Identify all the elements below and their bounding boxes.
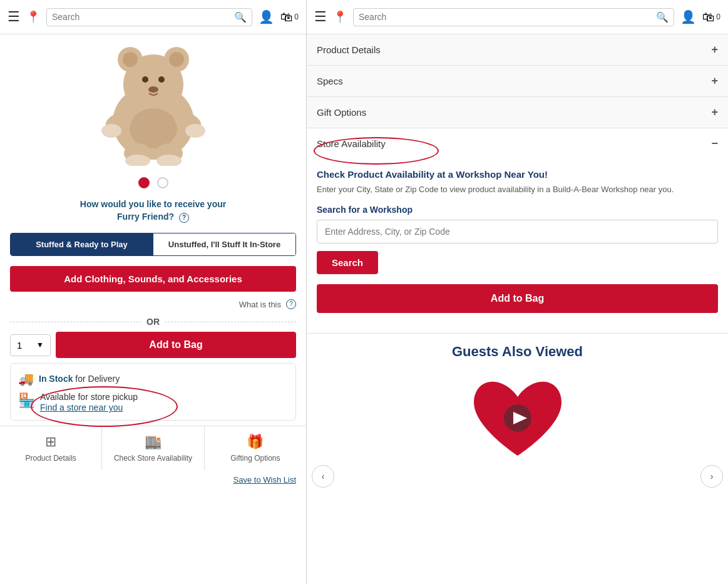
right-user-icon[interactable]: 👤 [680, 9, 696, 24]
right-bag-icon: 🛍 [702, 10, 715, 24]
accordion-product-details-icon: + [711, 43, 718, 56]
store-pickup-area: Available for store pickup Find a store … [40, 391, 138, 412]
accordion-specs-title: Specs [317, 76, 343, 86]
right-search-input[interactable] [359, 12, 656, 22]
accordion-product-details-header[interactable]: Product Details + [307, 34, 728, 65]
accordion-store-availability-icon: − [711, 137, 718, 150]
accordion-product-details-title: Product Details [317, 44, 381, 55]
store-pickup-row: 🏪 Available for store pickup Find a stor… [18, 391, 288, 412]
left-user-icon[interactable]: 👤 [259, 9, 274, 24]
or-line-right [165, 322, 296, 322]
accordion-store-availability-title: Store Availability [317, 138, 386, 149]
next-arrow-icon: › [710, 471, 714, 481]
color-dots [0, 172, 306, 193]
quantity-selector[interactable]: 1 ▼ [10, 334, 51, 356]
or-line-left [10, 322, 141, 322]
accordion-store-availability-header[interactable]: Store Availability − [307, 128, 728, 159]
heart-svg [468, 374, 568, 468]
product-details-icon: ⊞ [45, 434, 56, 450]
heart-product-image[interactable] [461, 371, 574, 471]
prev-arrow-icon: ‹ [322, 471, 325, 481]
guests-viewed-heading: Guests Also Viewed [307, 334, 728, 365]
svg-point-3 [123, 52, 138, 67]
truck-icon: 🚚 [18, 371, 34, 386]
svg-point-7 [158, 76, 165, 83]
svg-point-8 [148, 86, 158, 93]
find-store-link[interactable]: Find a store near you [40, 402, 138, 412]
accordion-specs-header[interactable]: Specs + [307, 66, 728, 96]
stock-info-box: 🚚 In Stock for Delivery 🏪 Available for … [10, 363, 296, 421]
svg-point-13 [185, 124, 205, 138]
workshop-search-button[interactable]: Search [317, 251, 378, 274]
accordion-specs: Specs + [307, 66, 728, 97]
how-receive-help-icon[interactable]: ? [179, 213, 189, 223]
bottom-nav: ⊞ Product Details 🏬 Check Store Availabi… [0, 426, 306, 470]
color-dot-1[interactable] [138, 177, 150, 188]
accordion-gift-options: Gift Options + [307, 97, 728, 128]
right-add-to-bag-button[interactable]: Add to Bag [317, 284, 718, 313]
left-add-to-bag-button[interactable]: Add to Bag [56, 332, 296, 358]
in-stock-row: 🚚 In Stock for Delivery [18, 371, 288, 386]
what-is-this-row: What is this ? [0, 297, 306, 312]
accordion-gift-options-icon: + [711, 106, 718, 119]
color-dot-2[interactable] [157, 177, 168, 188]
left-bag-count: 0 [294, 13, 299, 21]
check-avail-desc: Enter your City, State or Zip Code to vi… [317, 183, 718, 196]
accordion-gift-options-header[interactable]: Gift Options + [307, 97, 728, 128]
nav-product-details-label: Product Details [25, 454, 76, 463]
what-is-this-label: What is this [239, 300, 281, 309]
left-bag-icon: 🛍 [280, 10, 293, 24]
right-menu-icon[interactable]: ☰ [314, 10, 327, 24]
right-search-button[interactable]: 🔍 [656, 11, 669, 23]
svg-point-5 [169, 52, 184, 67]
location-icon[interactable]: 📍 [26, 10, 40, 24]
or-divider: OR [10, 317, 296, 327]
nav-product-details[interactable]: ⊞ Product Details [0, 426, 102, 470]
bear-image-area [0, 34, 306, 172]
accordion-product-details: Product Details + [307, 34, 728, 66]
right-search-box: 🔍 [353, 8, 674, 26]
carousel-next-button[interactable]: › [700, 465, 723, 488]
svg-point-9 [130, 108, 177, 148]
nav-check-store[interactable]: 🏬 Check Store Availability [102, 426, 204, 470]
quantity-value: 1 [17, 340, 22, 351]
workshop-search-input[interactable] [317, 220, 718, 243]
nav-gifting-label: Gifting Options [230, 454, 280, 463]
left-bag-area[interactable]: 🛍 0 [280, 10, 299, 24]
nav-gifting[interactable]: 🎁 Gifting Options [205, 426, 306, 470]
right-panel: ☰ 📍 🔍 👤 🛍 0 Product Details + Specs + [307, 0, 728, 584]
nav-check-store-label: Check Store Availability [114, 454, 192, 463]
save-wish-link[interactable]: Save to Wish List [0, 470, 306, 489]
check-avail-title: Check Product Availability at a Workshop… [317, 169, 718, 180]
left-search-button[interactable]: 🔍 [234, 11, 247, 23]
accordion-specs-icon: + [711, 74, 718, 88]
right-content: Product Details + Specs + Gift Options + [307, 34, 728, 584]
unstuffed-toggle-btn[interactable]: Unstuffed, I'll Stuff It In-Store [153, 233, 295, 255]
heart-product-area [307, 365, 728, 478]
svg-point-12 [101, 124, 121, 138]
carousel-prev-button[interactable]: ‹ [312, 465, 334, 488]
right-header: ☰ 📍 🔍 👤 🛍 0 [307, 0, 728, 34]
left-search-box: 🔍 [46, 8, 252, 26]
add-clothing-button[interactable]: Add Clothing, Sounds, and Accessories [10, 266, 296, 292]
store-icon: 🏪 [18, 392, 35, 409]
left-search-input[interactable] [52, 12, 234, 22]
what-is-this-icon[interactable]: ? [286, 299, 296, 309]
in-stock-text: In Stock for Delivery [39, 374, 120, 384]
how-receive-label: How would you like to receive your Furry… [0, 193, 306, 228]
store-availability-oval-wrapper: Store Availability [317, 138, 386, 150]
gifting-icon: 🎁 [247, 434, 264, 450]
accordion-store-availability: Store Availability − Check Product Avail… [307, 128, 728, 334]
chevron-down-icon: ▼ [36, 341, 44, 349]
right-location-icon[interactable]: 📍 [333, 10, 347, 24]
stuffed-toggle-btn[interactable]: Stuffed & Ready to Play [11, 233, 153, 255]
accordion-store-availability-content: Check Product Availability at a Workshop… [307, 159, 728, 333]
svg-point-6 [142, 76, 148, 83]
left-panel: ☰ 📍 🔍 👤 🛍 0 [0, 0, 307, 584]
left-content: How would you like to receive your Furry… [0, 34, 306, 584]
store-pickup-text: Available for store pickup [40, 392, 138, 402]
fulfillment-toggle: Stuffed & Ready to Play Unstuffed, I'll … [10, 233, 296, 256]
right-bag-area[interactable]: 🛍 0 [702, 10, 720, 24]
menu-icon[interactable]: ☰ [8, 10, 20, 24]
add-to-bag-row: 1 ▼ Add to Bag [10, 332, 296, 358]
